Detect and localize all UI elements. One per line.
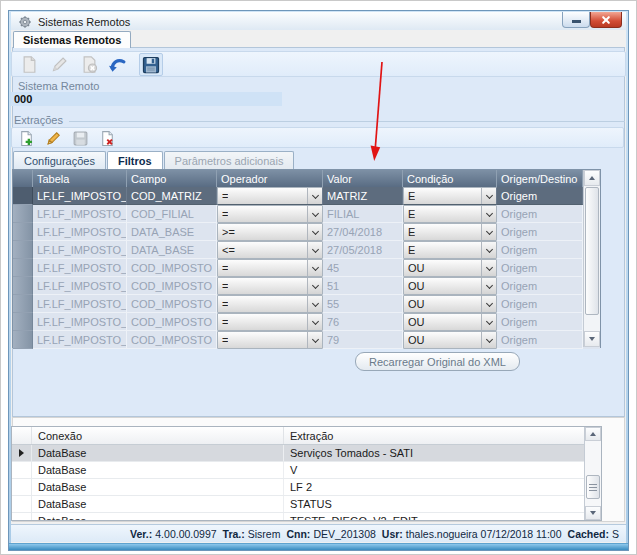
scroll-up-icon[interactable] (585, 427, 601, 441)
operador-dropdown[interactable]: >= (217, 223, 323, 241)
cell-extracao[interactable]: Serviços Tomados - SATI (284, 445, 586, 461)
operador-dropdown[interactable]: = (217, 277, 323, 295)
title-bar[interactable]: Sistemas Remotos (11, 12, 626, 31)
operador-dropdown[interactable]: <= (217, 241, 323, 259)
minimize-button[interactable] (562, 12, 590, 28)
chevron-down-icon[interactable] (481, 314, 496, 330)
column-header-origem-destino[interactable]: Origem/Destino (497, 170, 583, 187)
scrollbar-thumb[interactable] (585, 187, 599, 315)
cell-extracao[interactable]: V (284, 462, 586, 478)
cell-campo[interactable]: COD_IMPOSTO (127, 277, 217, 295)
tab-configuracoes[interactable]: Configurações (13, 151, 106, 169)
row-indicator[interactable] (13, 331, 33, 349)
scroll-up-icon[interactable] (584, 170, 600, 186)
row-indicator[interactable] (12, 513, 32, 521)
cell-valor[interactable]: 55 (323, 295, 403, 313)
cell-origem-destino[interactable]: Origem (497, 313, 583, 331)
cell-extracao[interactable]: LF 2 (284, 479, 586, 495)
row-indicator[interactable] (12, 479, 32, 495)
cell-conexao[interactable]: DataBase (32, 445, 284, 461)
cell-extracao[interactable]: TESTE_DIEGO_V2_EDIT (284, 513, 586, 521)
cell-origem-destino[interactable]: Origem (497, 295, 583, 313)
save-button[interactable] (139, 53, 163, 76)
cell-campo[interactable]: DATA_BASE (127, 241, 217, 259)
edit-filter-button[interactable] (43, 129, 64, 147)
chevron-down-icon[interactable] (481, 332, 496, 348)
row-indicator[interactable] (13, 187, 33, 205)
filter-row[interactable]: LF.LF_IMPOSTO_D...COD_IMPOSTO=45OUOrigem (13, 259, 600, 277)
chevron-down-icon[interactable] (481, 242, 496, 258)
cell-tabela[interactable]: LF.LF_IMPOSTO_D... (33, 259, 127, 277)
cell-conexao[interactable]: DataBase (32, 479, 284, 495)
cell-campo[interactable]: COD_IMPOSTO (127, 259, 217, 277)
chevron-down-icon[interactable] (481, 296, 496, 312)
cell-origem-destino[interactable]: Origem (497, 205, 583, 223)
cell-origem-destino[interactable]: Origem (497, 259, 583, 277)
row-indicator[interactable] (13, 223, 33, 241)
extraction-row[interactable]: DataBaseLF 2 (12, 479, 601, 496)
cell-conexao[interactable]: DataBase (32, 462, 284, 478)
condicao-dropdown[interactable]: E (403, 241, 497, 259)
tab-filtros[interactable]: Filtros (107, 151, 163, 169)
add-filter-button[interactable] (16, 129, 37, 147)
filter-row[interactable]: LF.LF_IMPOSTO_D...COD_IMPOSTO=76OUOrigem (13, 313, 600, 331)
chevron-down-icon[interactable] (307, 242, 322, 258)
row-indicator[interactable] (12, 462, 32, 478)
filter-row[interactable]: LF.LF_IMPOSTO_D...COD_IMPOSTO=79OUOrigem (13, 331, 600, 349)
chevron-down-icon[interactable] (307, 224, 322, 240)
chevron-down-icon[interactable] (307, 278, 322, 294)
cell-valor[interactable]: 79 (323, 331, 403, 349)
condicao-dropdown[interactable]: E (403, 223, 497, 241)
row-indicator[interactable] (12, 496, 32, 512)
extraction-row[interactable]: DataBaseServiços Tomados - SATI (12, 445, 601, 462)
chevron-down-icon[interactable] (307, 314, 322, 330)
row-indicator[interactable] (13, 295, 33, 313)
chevron-down-icon[interactable] (307, 332, 322, 348)
chevron-down-icon[interactable] (481, 206, 496, 222)
column-header-valor[interactable]: Valor (323, 170, 403, 187)
cell-extracao[interactable]: STATUS (284, 496, 586, 512)
cell-valor[interactable]: MATRIZ (323, 187, 403, 205)
tab-sistemas-remotos[interactable]: Sistemas Remotos (13, 31, 131, 48)
chevron-down-icon[interactable] (307, 206, 322, 222)
cell-valor[interactable]: 51 (323, 277, 403, 295)
close-button[interactable] (590, 12, 622, 28)
column-header-operador[interactable]: Operador (217, 170, 323, 187)
column-header-tabela[interactable]: Tabela (33, 170, 127, 187)
filter-row[interactable]: LF.LF_IMPOSTO_D...COD_IMPOSTO=55OUOrigem (13, 295, 600, 313)
filter-row[interactable]: LF.LF_IMPOSTO_D...COD_IMPOSTO=51OUOrigem (13, 277, 600, 295)
condicao-dropdown[interactable]: E (403, 205, 497, 223)
row-indicator[interactable] (12, 445, 32, 461)
cell-campo[interactable]: COD_IMPOSTO (127, 313, 217, 331)
operador-dropdown[interactable]: = (217, 205, 323, 223)
scroll-down-icon[interactable] (585, 506, 601, 520)
cell-tabela[interactable]: LF.LF_IMPOSTO_D... (33, 187, 127, 205)
condicao-dropdown[interactable]: OU (403, 313, 497, 331)
cell-valor[interactable]: 76 (323, 313, 403, 331)
cell-valor[interactable]: 27/04/2018 (323, 223, 403, 241)
chevron-down-icon[interactable] (481, 188, 496, 204)
chevron-down-icon[interactable] (481, 224, 496, 240)
chevron-down-icon[interactable] (307, 260, 322, 276)
cell-tabela[interactable]: LF.LF_IMPOSTO_D... (33, 313, 127, 331)
filter-row[interactable]: LF.LF_IMPOSTO_D...COD_MATRIZ=MATRIZEOrig… (13, 187, 600, 205)
cell-origem-destino[interactable]: Origem (497, 223, 583, 241)
reload-xml-button[interactable]: Recarregar Original do XML (355, 352, 520, 371)
cell-valor[interactable]: 27/05/2018 (323, 241, 403, 259)
scrollbar-thumb[interactable] (586, 475, 600, 499)
operador-dropdown[interactable]: = (217, 187, 323, 205)
operador-dropdown[interactable]: = (217, 313, 323, 331)
row-indicator[interactable] (13, 313, 33, 331)
cell-conexao[interactable]: DataBase (32, 496, 284, 512)
cell-tabela[interactable]: LF.LF_IMPOSTO_D... (33, 223, 127, 241)
cell-valor[interactable]: 45 (323, 259, 403, 277)
cell-campo[interactable]: COD_FILIAL (127, 205, 217, 223)
condicao-dropdown[interactable]: OU (403, 259, 497, 277)
cell-tabela[interactable]: LF.LF_IMPOSTO_D... (33, 331, 127, 349)
column-header-campo[interactable]: Campo (127, 170, 217, 187)
condicao-dropdown[interactable]: E (403, 187, 497, 205)
sistema-remoto-input[interactable] (11, 92, 282, 106)
column-header-conexao[interactable]: Conexão (32, 427, 284, 444)
cell-conexao[interactable]: DataBase (32, 513, 284, 521)
chevron-down-icon[interactable] (307, 188, 322, 204)
